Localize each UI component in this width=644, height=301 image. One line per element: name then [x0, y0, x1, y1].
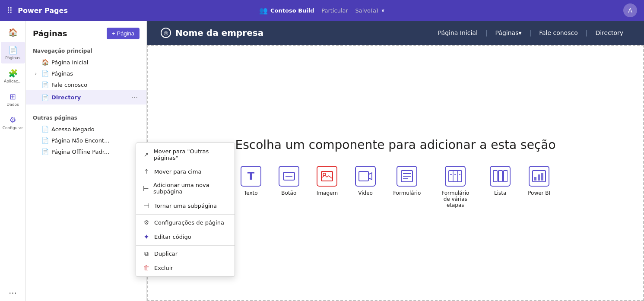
nav-item-pagina-inicial[interactable]: 🏠 Página Inicial: [26, 57, 146, 68]
component-imagem[interactable]: Imagem: [317, 166, 338, 196]
video-icon: [355, 166, 376, 187]
nav-label-pagina-nao-encontrada: Página Não Encont...: [51, 137, 140, 144]
cm-configuracoes[interactable]: ⚙ Configurações de página: [136, 215, 235, 229]
blank-arrow: [33, 127, 39, 132]
directory-more-button[interactable]: ···: [130, 92, 140, 102]
preview-nav-links: Página Inicial | Páginas▾ | Fale conosco…: [431, 29, 630, 36]
component-grid: T Texto Botão Imagem: [241, 166, 550, 208]
formulario-icon: [397, 166, 417, 187]
pages-nav-icon: 📄: [41, 70, 49, 77]
nav-label-directory: Directory: [51, 94, 127, 101]
cm-tornar-subpagina[interactable]: ⊣ Tornar uma subpágina: [136, 198, 235, 213]
component-label-imagem: Imagem: [317, 190, 338, 196]
preview-nav-pagina-inicial[interactable]: Página Inicial: [431, 29, 485, 36]
sidebar-item-aplicacao[interactable]: 🧩 Aplicaç...: [1, 65, 25, 87]
make-subpage-icon: ⊣: [143, 202, 150, 210]
preview-nav-fale-conosco[interactable]: Fale conosco: [532, 29, 585, 36]
sidebar-item-label-dados: Dados: [6, 102, 19, 107]
component-label-formulario-etapas: Formulário de várias etapas: [438, 190, 473, 208]
blank-arrow2: [33, 138, 39, 143]
svg-rect-19: [534, 177, 536, 181]
texto-icon: T: [241, 166, 261, 187]
imagem-icon: [317, 166, 337, 187]
sidebar-item-paginas[interactable]: 📄 Páginas: [1, 42, 25, 63]
component-texto[interactable]: T Texto: [241, 166, 261, 196]
cm-adicionar-subpagina[interactable]: ⊢ Adicionar uma nova subpágina: [136, 178, 235, 198]
canvas-prompt: Escolha um componente para adicionar a e…: [235, 138, 555, 152]
cm-label-mover-cima: Mover para cima: [154, 168, 201, 175]
svg-rect-20: [538, 174, 540, 181]
people-icon: 👥: [259, 6, 268, 15]
nav-label-fale-conosco: Fale conosco: [51, 82, 140, 88]
sidebar-item-dados[interactable]: ⊞ Dados: [1, 89, 25, 110]
component-lista[interactable]: Lista: [490, 166, 511, 196]
app-title: Power Pages: [18, 6, 68, 15]
cm-mover-outras[interactable]: ↗ Mover para "Outras páginas": [136, 145, 235, 165]
nav-item-pagina-nao-encontrada[interactable]: 📄 Página Não Encont...: [26, 135, 146, 146]
component-formulario[interactable]: Formulário: [393, 166, 421, 196]
nav-item-directory[interactable]: 📄 Directory ···: [26, 90, 146, 105]
other-pages-section-title: Outras páginas: [26, 111, 146, 124]
data-icon: ⊞: [10, 92, 16, 101]
cm-divider2: [136, 245, 235, 246]
cm-label-mover-outras: Mover para "Outras páginas": [154, 148, 228, 161]
nav-item-pagina-offline[interactable]: 📄 Página Offline Padr...: [26, 146, 146, 157]
preview-nav-directory[interactable]: Directory: [588, 29, 630, 36]
topbar: ⠿ Power Pages 👥 Contoso Build - Particul…: [0, 0, 644, 21]
cm-label-configuracoes: Configurações de página: [154, 219, 224, 226]
sidebar-item-label-configurar: Configurar: [3, 126, 23, 130]
preview-nav-paginas[interactable]: Páginas▾: [489, 29, 529, 36]
lista-icon: [490, 166, 511, 187]
add-page-button[interactable]: + Página: [107, 28, 140, 39]
component-label-botao: Botão: [281, 190, 296, 196]
main-nav-section-title: Navegação principal: [26, 44, 146, 57]
nav-item-acesso-negado[interactable]: 📄 Acesso Negado: [26, 124, 146, 135]
logo-circle-icon: ◎: [161, 28, 171, 38]
chevron-right-icon: ›: [33, 71, 39, 76]
chevron-down-icon[interactable]: ∨: [381, 7, 385, 13]
home-icon: 🏠: [8, 28, 18, 37]
nav-label-paginas: Páginas: [51, 70, 140, 77]
component-botao[interactable]: Botão: [279, 166, 299, 196]
icon-sidebar: 🏠 📄 Páginas 🧩 Aplicaç... ⊞ Dados ⚙ Confi…: [0, 21, 26, 301]
duplicate-icon: ⧉: [143, 250, 150, 257]
site-info: 👥 Contoso Build - Particular - Salvo(a) …: [259, 6, 385, 15]
component-video[interactable]: Video: [355, 166, 376, 196]
avatar[interactable]: A: [623, 3, 637, 17]
cm-mover-cima[interactable]: ↑ Mover para cima: [136, 165, 235, 178]
nav-item-paginas[interactable]: › 📄 Páginas: [26, 68, 146, 79]
pages-icon: 📄: [8, 45, 18, 54]
cm-label-adicionar-subpagina: Adicionar uma nova subpágina: [153, 182, 228, 195]
component-label-powerbi: Power BI: [528, 190, 550, 196]
pages-sidebar: Páginas + Página Navegação principal 🏠 P…: [26, 21, 147, 301]
svg-rect-17: [504, 171, 508, 182]
pagina-nao-encontrada-icon: 📄: [41, 137, 49, 144]
more-icon[interactable]: ...: [9, 285, 17, 301]
expand-arrow: [33, 60, 39, 65]
sidebar-item-configurar[interactable]: ⚙ Configurar: [1, 112, 25, 133]
cm-duplicar[interactable]: ⧉ Duplicar: [136, 247, 235, 261]
pages-sidebar-header: Páginas + Página: [26, 21, 146, 44]
context-menu: ↗ Mover para "Outras páginas" ↑ Mover pa…: [136, 143, 235, 277]
nav-item-fale-conosco[interactable]: 📄 Fale conosco: [26, 79, 146, 90]
svg-rect-9: [449, 171, 462, 182]
cm-editar-codigo[interactable]: ✦ Editar código: [136, 229, 235, 244]
home-page-icon: 🏠: [41, 59, 49, 66]
cm-label-editar-codigo: Editar código: [154, 234, 191, 240]
nav-label-pagina-offline: Página Offline Padr...: [51, 149, 140, 155]
component-powerbi[interactable]: Power BI: [528, 166, 550, 196]
move-up-icon: ↑: [143, 168, 150, 175]
pagina-offline-icon: 📄: [41, 148, 49, 155]
nav-label-pagina-inicial: Página Inicial: [51, 59, 140, 66]
sidebar-item-home[interactable]: 🏠: [1, 24, 25, 40]
component-formulario-etapas[interactable]: Formulário de várias etapas: [438, 166, 473, 208]
separator2: -: [351, 7, 353, 14]
app-launcher-icon[interactable]: ⠿: [7, 6, 13, 15]
botao-icon: [279, 166, 299, 187]
settings-icon: ⚙: [9, 115, 16, 124]
pages-sidebar-title: Páginas: [33, 29, 67, 38]
preview-logo-text: Nome da empresa: [175, 28, 263, 38]
cm-label-duplicar: Duplicar: [154, 250, 178, 257]
cm-excluir[interactable]: 🗑 Excluir: [136, 261, 235, 275]
visibility-status: Particular: [321, 7, 348, 14]
